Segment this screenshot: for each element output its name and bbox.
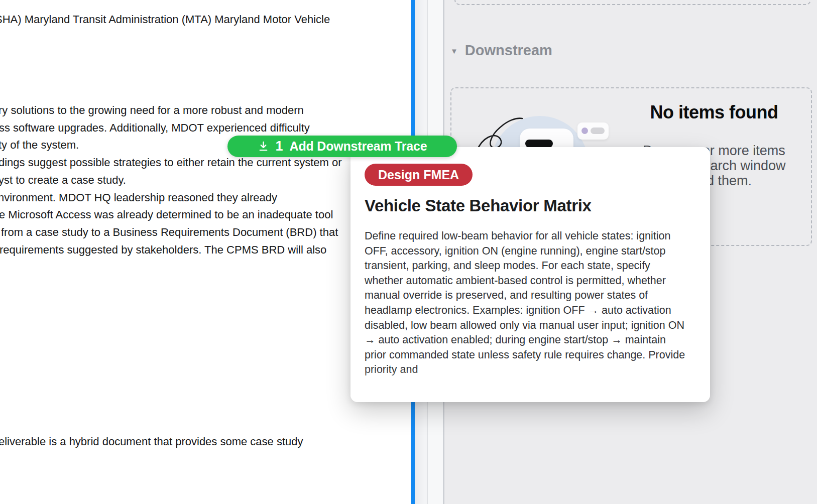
item-type-badge: Design FMEA bbox=[365, 164, 473, 186]
downstream-section-header[interactable]: ▼ Downstream bbox=[450, 42, 552, 59]
upstream-dropzone[interactable] bbox=[454, 0, 811, 5]
document-text-line: ry solutions to the growing need for a m… bbox=[0, 102, 342, 119]
illustration-mini-item bbox=[577, 122, 609, 140]
illustration-mini-dot bbox=[581, 128, 588, 134]
illustration-mini-pill bbox=[591, 128, 605, 134]
trace-item-preview-card: Design FMEA Vehicle State Behavior Matri… bbox=[351, 147, 710, 402]
trace-item-title: Vehicle State Behavior Matrix bbox=[365, 196, 696, 216]
empty-state-title: No items found bbox=[629, 102, 799, 123]
document-text-line: nvironment. MDOT HQ leadership reasoned … bbox=[0, 189, 342, 207]
trace-count: 1 bbox=[276, 139, 283, 154]
illustration-text-bar bbox=[525, 140, 553, 148]
add-downstream-trace-button[interactable]: 1 Add Downstream Trace bbox=[227, 136, 457, 157]
document-text-line: yst to create a case study. bbox=[0, 172, 342, 189]
document-text-line: eliverable is a hybrid document that pro… bbox=[0, 433, 303, 451]
document-text-line: ss software upgrades. Additionally, MDOT… bbox=[0, 119, 342, 137]
document-text-line: from a case study to a Business Requirem… bbox=[1, 224, 342, 241]
document-text-line: e Microsoft Access was already determine… bbox=[0, 206, 342, 224]
document-page: SHA) Maryland Transit Administration (MT… bbox=[0, 0, 411, 504]
trace-item-description: Define required low-beam behavior for al… bbox=[365, 229, 690, 377]
download-tray-icon bbox=[258, 141, 269, 152]
document-text-line: requirements suggested by stakeholders. … bbox=[0, 241, 342, 259]
collapse-triangle-icon: ▼ bbox=[450, 47, 458, 55]
document-paragraph: ry solutions to the growing need for a m… bbox=[0, 102, 342, 259]
document-text-line: SHA) Maryland Transit Administration (MT… bbox=[0, 11, 330, 29]
downstream-section-title: Downstream bbox=[465, 42, 552, 59]
trace-button-label: Add Downstream Trace bbox=[290, 139, 427, 154]
